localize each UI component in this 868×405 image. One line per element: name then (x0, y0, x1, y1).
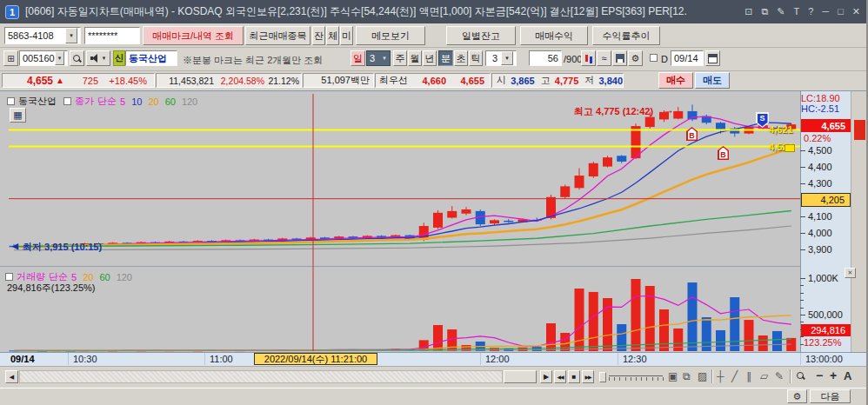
stock-code-dropdown-icon[interactable]: ▼ (55, 51, 64, 65)
price-tick-label: 4,100 (808, 211, 832, 222)
trade-mark-inquiry-button[interactable]: 매매마크/내역 조회 (143, 26, 244, 45)
search-icon (73, 55, 81, 63)
period-year-button[interactable]: 년 (423, 50, 437, 66)
period-day-button[interactable]: 일 (351, 50, 365, 66)
candle-mark-button[interactable] (581, 50, 596, 66)
legend-ma10: 10 (131, 96, 142, 107)
speaker-dropdown-icon[interactable]: ▼ (102, 56, 107, 61)
line-mark-button[interactable]: ≈ (597, 50, 611, 66)
zoom-out-button[interactable]: − (816, 368, 823, 382)
window-title: [0606] 자동일지차트(매매내역) - KOSDAQ 외국인보유[2,231… (25, 4, 687, 19)
yield-trend-button[interactable]: 수익률추이 (592, 26, 660, 45)
time-axis-strip (0, 352, 868, 366)
shape-tool-icon[interactable]: ▱ (760, 370, 768, 382)
minimize-icon[interactable]: ─ (822, 6, 829, 17)
chart-settings-button[interactable]: ⚙ (628, 50, 643, 66)
low-annotation: 최저 3,915 (10:15) (23, 241, 102, 254)
d-checkbox[interactable] (650, 54, 658, 62)
settings-button[interactable]: ⚙ (787, 389, 807, 403)
text-tool-button[interactable]: A (844, 369, 851, 382)
time-axis-label: 13:00:00 (805, 354, 843, 364)
buy-button[interactable]: 매수 (658, 72, 693, 89)
hline2-marker[interactable] (785, 144, 795, 152)
high-label: 고 (535, 74, 551, 87)
new-window-icon[interactable]: ▣ (668, 370, 678, 382)
maximize-icon[interactable]: □ (838, 6, 844, 17)
sound-alert-button[interactable]: ▼ (86, 50, 110, 66)
volume-legend-checkbox[interactable] (5, 273, 13, 281)
hscroll-thumb[interactable] (504, 370, 537, 383)
period-minute-button[interactable]: 분 (438, 50, 453, 66)
help-icon[interactable]: ? (808, 6, 813, 17)
close-legend-checkbox[interactable] (63, 97, 71, 105)
zoom-in-button[interactable]: + (830, 368, 837, 382)
save-chart-button[interactable] (612, 50, 627, 66)
slider-tick (631, 377, 631, 381)
filled-button[interactable]: 체 (326, 26, 339, 45)
open-label: 시 (492, 74, 506, 87)
daily-balance-button[interactable]: 일별잔고 (446, 26, 516, 45)
memo-view-button[interactable]: 메모보기 (356, 26, 425, 45)
parallel-tool-icon[interactable]: ∥ (746, 370, 751, 382)
speed-slider-handle[interactable] (599, 372, 606, 382)
clone-window-icon[interactable]: ⧉ (761, 6, 768, 17)
total-volume: 11,453,821 (157, 76, 214, 86)
speed-slider-track[interactable] (609, 375, 663, 376)
cascade-windows-icon[interactable]: ⧉ (683, 370, 691, 382)
volume-tick (800, 278, 805, 279)
area-style-icon[interactable]: ▨ (698, 370, 707, 382)
best-bid: 4,655 (446, 76, 484, 86)
account-dropdown-icon[interactable]: ▼ (65, 28, 77, 43)
sell-button[interactable]: 매도 (695, 72, 730, 89)
pin-window-icon[interactable]: ⊡ (744, 6, 752, 17)
interval-select[interactable]: 3▼ (485, 50, 517, 66)
hscroll-left-button[interactable]: ◀ (5, 370, 18, 383)
bar-count-input[interactable]: 56 (529, 50, 562, 66)
lc-label: LC:18.90 (801, 93, 840, 103)
draw-tool-icon[interactable]: ✎ (775, 370, 784, 382)
slider-tick (663, 377, 664, 381)
time-axis-separator (68, 353, 69, 365)
date-input[interactable]: 09/14 (671, 50, 704, 66)
interval-dropdown-icon[interactable]: ▼ (501, 51, 513, 65)
replay-rewind-button[interactable]: ◀◀ (554, 370, 566, 383)
day-count-dropdown-icon[interactable]: ▼ (382, 56, 387, 61)
title-tool-icon[interactable]: T (793, 6, 799, 17)
time-axis-separator (480, 353, 481, 365)
recent-trades-button[interactable]: 최근매매종목 (245, 26, 310, 45)
day-count-select[interactable]: 3▼ (366, 50, 391, 66)
next-button[interactable]: 다음 (810, 389, 851, 403)
stock-legend-checkbox[interactable] (7, 97, 15, 105)
status-row (0, 388, 868, 405)
account-select[interactable]: 5863-4108▼ (4, 27, 81, 44)
period-second-button[interactable]: 초 (454, 50, 468, 66)
price-legend: 동국산업 종가 단순 5 10 20 60 120 (7, 95, 197, 108)
period-month-button[interactable]: 월 (408, 50, 422, 66)
chart-to-table-button[interactable]: ▦ (10, 108, 26, 123)
trendline-tool-icon[interactable]: ╱ (731, 370, 738, 382)
replay-stop-button[interactable]: ■ (568, 370, 580, 383)
period-week-button[interactable]: 주 (393, 50, 407, 66)
stock-code-select[interactable]: 005160▼ (19, 50, 68, 66)
stock-search-button[interactable] (70, 50, 84, 66)
unfilled-button[interactable]: 미 (340, 26, 353, 45)
period-tick-button[interactable]: 틱 (469, 50, 483, 66)
volume-panel-close-button[interactable]: ✕ (845, 268, 856, 278)
password-field[interactable]: ******** (84, 27, 140, 44)
calendar-button[interactable] (705, 50, 720, 66)
time-axis-label: 10:30 (73, 354, 97, 364)
stock-badge: 신 (113, 50, 125, 66)
crosshair-tool-icon[interactable]: ┼ (717, 370, 724, 382)
balance-button[interactable]: 잔 (312, 26, 325, 45)
replay-forward-button[interactable]: ▶▶ (582, 370, 594, 383)
close-icon[interactable]: ✕ (852, 6, 860, 17)
lock-screen-icon[interactable]: ✎ (777, 6, 785, 17)
legend-close-label: 종가 (75, 95, 94, 108)
price-change: 725 (67, 76, 98, 86)
replay-play-button[interactable]: ▶ (540, 370, 552, 383)
price-volume-chart[interactable] (0, 90, 868, 352)
hscroll-track[interactable] (19, 370, 503, 383)
stock-name-field[interactable]: 동국산업 (125, 50, 177, 66)
trade-profit-button[interactable]: 매매수익 (520, 26, 588, 45)
window-link-button[interactable]: ⊞ (3, 50, 18, 66)
